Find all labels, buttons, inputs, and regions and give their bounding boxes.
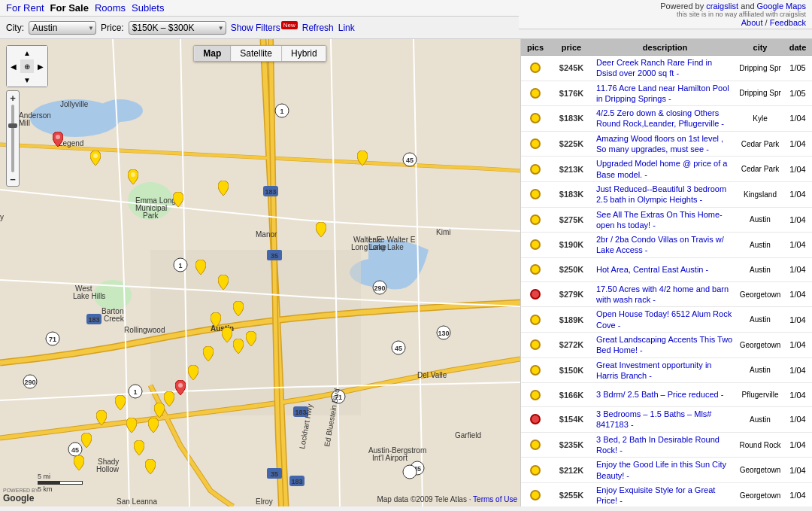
map-type-map[interactable]: Map [194, 46, 231, 61]
nav-btn-s[interactable]: ▼ [20, 73, 34, 87]
map-pin[interactable] [173, 192, 183, 207]
listing-desc[interactable]: Enjoy the Good Life in this Sun City Bea… [593, 458, 737, 482]
listing-row[interactable]: $183K 4/2.5 Zero down & closing Others R… [521, 106, 812, 132]
map-pin[interactable] [233, 339, 244, 354]
rooms-link[interactable]: Rooms [95, 2, 126, 14]
listing-pic-circle [530, 239, 541, 250]
listing-row[interactable]: $154K 3 Bedrooms – 1.5 Baths – Mls# 8417… [521, 407, 812, 433]
zoom-in-btn[interactable]: + [8, 93, 18, 103]
listing-row[interactable]: $212K Enjoy the Good Life in this Sun Ci… [521, 458, 812, 483]
map-pin-red-1[interactable] [53, 132, 63, 147]
feedback-link[interactable]: Feedback [770, 18, 806, 27]
listing-desc[interactable]: Great Investment opportunity in Harris B… [593, 358, 737, 383]
map-pin[interactable] [134, 440, 144, 455]
listing-row[interactable]: $213K Upgraded Model home @ price of a B… [521, 157, 812, 182]
map-container[interactable]: Anderson Mill Jollyville Legend Emma Lon… [0, 39, 520, 506]
listing-desc[interactable]: Open House Today! 6512 Alum Rock Cove - [593, 307, 737, 332]
listing-desc[interactable]: 3 Bed, 2 Bath In Desirable Round Rock! - [593, 433, 737, 458]
listing-pic-cell [521, 238, 550, 251]
map-pin[interactable] [316, 222, 326, 237]
nav-btn-sw[interactable] [7, 73, 20, 87]
listing-desc[interactable]: 3 Bedrooms – 1.5 Baths – Mls# 8417183 - [593, 407, 737, 432]
listing-price: $255K [550, 489, 593, 501]
nav-btn-ne[interactable] [34, 46, 47, 59]
map-pin[interactable] [81, 433, 92, 448]
for-rent-link[interactable]: For Rent [6, 2, 44, 14]
map-pin[interactable] [148, 418, 159, 433]
listing-row[interactable]: $255K Enjoy Exquisite Style for a Great … [521, 483, 812, 506]
map-type-hybrid[interactable]: Hybrid [282, 46, 326, 61]
map-pin[interactable] [154, 403, 165, 418]
listing-price: $275K [550, 214, 593, 226]
nav-btn-w[interactable]: ◀ [7, 59, 20, 73]
map-pin[interactable] [246, 331, 256, 346]
map-pin[interactable] [126, 418, 137, 433]
listing-row[interactable]: $150K Great Investment opportunity in Ha… [521, 358, 812, 384]
listing-desc[interactable]: Just Reduced--Beautiful 3 bedroom 2.5 ba… [593, 182, 737, 207]
map-pin[interactable] [357, 151, 368, 166]
listing-desc[interactable]: 11.76 Acre Land near Hamilton Pool in Dr… [593, 81, 737, 106]
listing-desc[interactable]: 3 Bdrm/ 2.5 Bath – Price reduced - [593, 388, 737, 401]
city-select[interactable]: Austin [29, 21, 96, 35]
listing-row[interactable]: $176K 11.76 Acre Land near Hamilton Pool… [521, 81, 812, 107]
listing-row[interactable]: $250K Hot Area, Central East Austin - Au… [521, 258, 812, 282]
listing-row[interactable]: $235K 3 Bed, 2 Bath In Desirable Round R… [521, 433, 812, 458]
map-pin[interactable] [115, 395, 126, 410]
link-link[interactable]: Link [338, 23, 355, 33]
map-pin[interactable] [233, 301, 244, 316]
map-pin-red-2[interactable] [175, 380, 186, 395]
listing-row[interactable]: $190K 2br / 2ba Condo Villas on Travis w… [521, 233, 812, 258]
listing-row[interactable]: $166K 3 Bdrm/ 2.5 Bath – Price reduced -… [521, 383, 812, 407]
listing-desc[interactable]: 4/2.5 Zero down & closing Others Round R… [593, 106, 737, 131]
listing-row[interactable]: $189K Open House Today! 6512 Alum Rock C… [521, 307, 812, 333]
nav-btn-n[interactable]: ▲ [20, 46, 34, 59]
map-pin[interactable] [128, 169, 138, 184]
map-pin[interactable] [164, 391, 174, 406]
map-pin[interactable] [195, 260, 206, 275]
map-pin[interactable] [222, 327, 232, 342]
map-pin[interactable] [90, 151, 101, 166]
listing-desc[interactable]: Upgraded Model home @ price of a Base mo… [593, 157, 737, 181]
listing-row[interactable]: $275K See All The Extras On This Home-op… [521, 208, 812, 233]
about-link[interactable]: About [741, 18, 763, 27]
map-pin[interactable] [203, 346, 214, 361]
craigslist-link[interactable]: craigslist [706, 2, 738, 11]
listing-row[interactable]: $245K Deer Creek Ranch Rare Find in Dsis… [521, 56, 812, 81]
nav-btn-nw[interactable] [7, 46, 20, 59]
listing-row[interactable]: $225K Amazing Wood floors on 1st level ,… [521, 132, 812, 157]
nav-btn-se[interactable] [34, 73, 47, 87]
nav-btn-e[interactable]: ▶ [34, 59, 47, 73]
listing-desc[interactable]: See All The Extras On This Home-open hs … [593, 208, 737, 233]
map-pin[interactable] [188, 365, 198, 380]
sublets-link[interactable]: Sublets [132, 2, 164, 14]
price-select[interactable]: $150K – $300K [129, 21, 226, 35]
listing-desc[interactable]: Deer Creek Ranch Rare Find in Dsisd over… [593, 56, 737, 81]
listing-desc[interactable]: Hot Area, Central East Austin - [593, 263, 737, 276]
map-pin[interactable] [145, 459, 156, 474]
listing-desc[interactable]: Great Landscaping Accents This Two Bed H… [593, 333, 737, 357]
map-pin[interactable] [211, 312, 221, 327]
listing-pic-circle [530, 88, 541, 99]
listing-pic-cell [521, 61, 550, 75]
map-pin[interactable] [218, 275, 229, 290]
listing-desc[interactable]: Enjoy Exquisite Style for a Great Price!… [593, 483, 737, 506]
listing-desc[interactable]: 17.50 Acres with 4/2 home and barn with … [593, 282, 737, 307]
listing-date: 1/04 [783, 288, 812, 300]
zoom-out-btn[interactable]: − [8, 174, 18, 184]
nav-btn-center[interactable]: ⊕ [20, 59, 34, 73]
listing-city: Dripping Spr [737, 87, 783, 99]
listing-row[interactable]: $279K 17.50 Acres with 4/2 home and barn… [521, 282, 812, 308]
google-maps-link[interactable]: Google Maps [757, 2, 806, 11]
listing-row[interactable]: $183K Just Reduced--Beautiful 3 bedroom … [521, 182, 812, 208]
listing-body[interactable]: $245K Deer Creek Ranch Rare Find in Dsis… [521, 56, 812, 506]
show-filters-link[interactable]: Show FiltersNew [231, 22, 298, 33]
map-pin[interactable] [96, 410, 107, 425]
listing-desc[interactable]: 2br / 2ba Condo Villas on Travis w/ Lake… [593, 233, 737, 257]
listing-row[interactable]: $272K Great Landscaping Accents This Two… [521, 333, 812, 358]
map-pin[interactable] [218, 181, 229, 196]
map-pin[interactable] [74, 455, 84, 470]
map-type-satellite[interactable]: Satellite [231, 46, 282, 61]
listing-pic-cell [521, 87, 550, 100]
refresh-link[interactable]: Refresh [302, 23, 334, 33]
listing-desc[interactable]: Amazing Wood floors on 1st level , So ma… [593, 132, 737, 157]
